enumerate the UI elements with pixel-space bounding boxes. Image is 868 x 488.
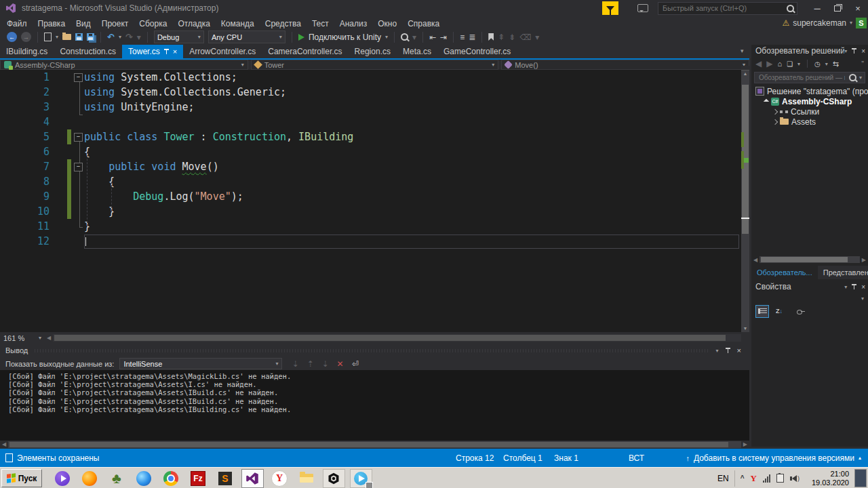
code-line-4[interactable]: 4	[0, 115, 741, 129]
show-desktop-button[interactable]	[854, 469, 867, 487]
scroll-up-icon[interactable]: ▲	[741, 70, 749, 77]
save-all-button[interactable]	[87, 33, 94, 41]
new-file-caret-icon[interactable]: ▾	[56, 34, 58, 40]
code-line-7[interactable]: 7− public void Move()	[0, 159, 741, 174]
find-in-files-icon[interactable]	[401, 33, 408, 41]
expander-down-icon[interactable]	[764, 98, 769, 104]
taskbar-filezilla[interactable]: Fz	[184, 469, 212, 487]
tab-GameController.cs[interactable]: GameController.cs	[437, 45, 517, 58]
yandex-tray-icon[interactable]: Y	[751, 473, 757, 484]
tree-item-Assets[interactable]: Assets	[751, 117, 868, 127]
menu-Сборка[interactable]: Сборка	[134, 19, 172, 28]
language-indicator[interactable]: EN	[717, 474, 729, 483]
new-file-button[interactable]	[44, 33, 52, 41]
taskbar-sublime-text[interactable]: S	[212, 469, 239, 487]
bookmark-icon[interactable]	[488, 33, 494, 41]
menu-Окно[interactable]: Окно	[372, 19, 402, 28]
dock-tab-Представление[interactable]: Представление...	[818, 266, 868, 279]
clipboard-tray-icon[interactable]	[776, 474, 784, 483]
taskbar-chrome[interactable]	[157, 469, 184, 487]
clear-all-icon[interactable]: ✕	[337, 359, 344, 369]
window-position-caret-icon[interactable]: ▾	[844, 48, 847, 54]
close-icon[interactable]: ×	[861, 47, 865, 55]
taskbar-unity[interactable]	[320, 469, 347, 487]
solution-explorer-hscrollbar[interactable]: ◀ ▶	[751, 255, 868, 264]
platform-combobox[interactable]: Any CPU▾	[208, 30, 285, 43]
taskbar-visual-studio[interactable]	[239, 469, 266, 487]
editor-horizontal-scrollbar[interactable]	[53, 334, 741, 342]
code-line-2[interactable]: 2using System.Collections.Generic;	[0, 85, 741, 100]
open-file-button[interactable]	[62, 34, 71, 40]
switch-views-icon[interactable]: ❏	[787, 60, 793, 68]
user-menu-caret-icon[interactable]: ▾	[850, 20, 852, 26]
solution-search-input[interactable]	[757, 73, 846, 82]
type-dropdown[interactable]: Tower▾	[251, 60, 499, 70]
tree-item-Ссылки[interactable]: Ссылки	[751, 106, 868, 117]
code-editor[interactable]: 1−using System.Collections;2using System…	[0, 70, 741, 332]
close-icon[interactable]: ×	[737, 346, 741, 354]
start-button[interactable]: Пуск	[1, 469, 42, 487]
window-position-caret-icon[interactable]: ▾	[716, 348, 719, 354]
feedback-icon[interactable]	[637, 4, 648, 12]
code-line-1[interactable]: 1−using System.Collections;	[0, 70, 741, 85]
menu-Тест[interactable]: Тест	[307, 19, 334, 28]
menu-Отладка[interactable]: Отладка	[172, 19, 215, 28]
add-to-source-control-button[interactable]: ↑ Добавить в систему управления версиями…	[686, 449, 861, 467]
categorized-view-button[interactable]	[755, 305, 769, 318]
tab-Region.cs[interactable]: Region.cs	[349, 45, 397, 58]
code-line-12[interactable]: 12	[0, 234, 741, 249]
undo-button[interactable]: ↶	[107, 32, 115, 42]
editor-vertical-scrollbar[interactable]: ▲ ▼	[741, 70, 749, 332]
menu-Файл[interactable]: Файл	[1, 19, 33, 28]
user-name[interactable]: supercakeman	[793, 18, 846, 28]
project-dropdown[interactable]: Assembly-CSharp▾	[0, 60, 248, 70]
tab-CameraController.cs[interactable]: CameraController.cs	[262, 45, 348, 58]
toolbar-overflow-icon[interactable]: ▾	[535, 33, 539, 42]
search-options-caret-icon[interactable]: ▾	[859, 75, 862, 81]
taskbar-tree-app[interactable]: ♣	[103, 469, 130, 487]
configuration-combobox[interactable]: Debug▾	[154, 30, 204, 43]
word-wrap-icon[interactable]: ⏎	[352, 359, 359, 369]
pending-changes-filter-icon[interactable]: ◷	[814, 60, 821, 68]
tab-Meta.cs[interactable]: Meta.cs	[397, 45, 437, 58]
scroll-left-icon[interactable]: ◀	[751, 257, 760, 263]
output-source-combobox[interactable]: IntelliSense▾	[119, 358, 282, 369]
menu-Команда[interactable]: Команда	[216, 19, 260, 28]
close-icon[interactable]: ×	[861, 283, 865, 291]
quick-launch-input[interactable]	[661, 3, 787, 13]
menu-Правка[interactable]: Правка	[33, 19, 71, 28]
run-target-caret-icon[interactable]: ▾	[385, 34, 388, 40]
decrease-indent-icon[interactable]: ≡	[460, 33, 465, 42]
sync-with-active-document-icon[interactable]: ⇆	[833, 60, 839, 68]
attach-to-unity-button[interactable]: Подключить к Unity	[309, 33, 381, 42]
zoom-selector[interactable]: 161 %▾	[0, 334, 45, 342]
save-to-disk-icon[interactable]: ⇤	[429, 33, 436, 42]
scrollbar-thumb[interactable]	[54, 335, 726, 341]
alphabetical-sort-button[interactable]: Z↓	[773, 306, 785, 317]
scroll-left-icon[interactable]: ◀	[0, 441, 8, 447]
tab-Tower.cs[interactable]: Tower.cs×	[122, 45, 183, 58]
menu-Вид[interactable]: Вид	[71, 19, 96, 28]
redo-button[interactable]: ↷	[125, 32, 133, 42]
taskbar-firefox-blue[interactable]	[130, 469, 157, 487]
tab-ArrowController.cs[interactable]: ArrowController.cs	[183, 45, 262, 58]
navigate-forward-button[interactable]: →	[21, 32, 31, 42]
collapse-icon[interactable]: −	[74, 163, 83, 171]
code-line-3[interactable]: 3using UnityEngine;	[0, 100, 741, 115]
scrollbar-thumb[interactable]	[761, 257, 848, 262]
switch-views-caret-icon[interactable]: ▾	[797, 61, 800, 67]
output-horizontal-scrollbar[interactable]: ◀ ▶	[0, 441, 749, 449]
sync-settings-icon[interactable]: S	[856, 18, 867, 28]
volume-icon[interactable]: )	[790, 475, 800, 482]
filter-caret-icon[interactable]: ▾	[825, 61, 828, 67]
solution-search-box[interactable]: ▾	[754, 72, 865, 83]
increase-indent-icon[interactable]: ≣	[469, 33, 475, 42]
scroll-right-icon[interactable]: ▶	[860, 257, 868, 263]
tree-item-Assembly-CSharp[interactable]: C#Assembly-CSharp	[751, 96, 868, 106]
step-over-icon[interactable]: ⇥	[440, 33, 447, 42]
start-debugging-icon[interactable]	[298, 34, 304, 41]
expander-right-icon[interactable]	[772, 119, 778, 124]
dock-tab-Обозреватель[interactable]: Обозреватель...	[751, 266, 818, 279]
restore-button[interactable]	[827, 1, 848, 15]
clock[interactable]: 21:00 19.03.2020	[812, 470, 849, 487]
